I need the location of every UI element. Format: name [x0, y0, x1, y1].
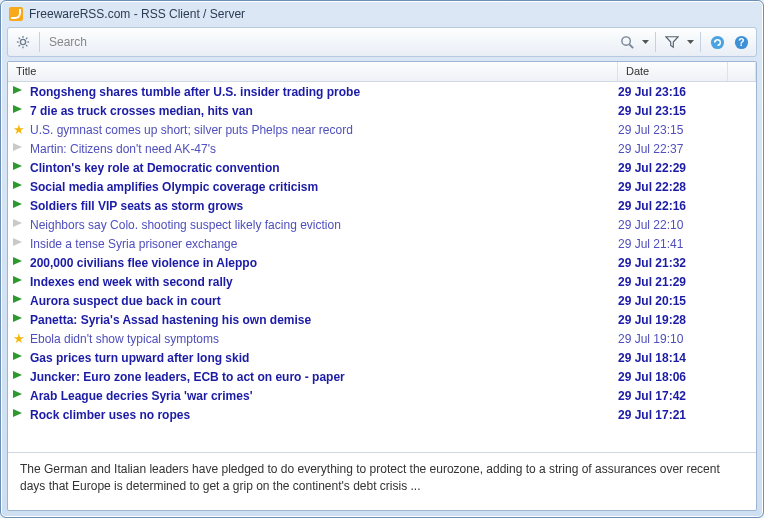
flag-green-icon	[8, 200, 30, 212]
feed-row[interactable]: Clinton's key role at Democratic convent…	[8, 158, 756, 177]
feed-title: Rock climber uses no ropes	[30, 408, 618, 422]
svg-line-6	[26, 45, 27, 46]
filter-button[interactable]	[661, 31, 683, 53]
feed-title: Inside a tense Syria prisoner exchange	[30, 237, 618, 251]
flag-green-icon	[8, 276, 30, 288]
feed-date: 29 Jul 23:15	[618, 104, 728, 118]
feed-date: 29 Jul 19:10	[618, 332, 728, 346]
feed-row[interactable]: Neighbors say Colo. shooting suspect lik…	[8, 215, 756, 234]
feed-date: 29 Jul 23:15	[618, 123, 728, 137]
feed-row[interactable]: ★U.S. gymnast comes up short; silver put…	[8, 120, 756, 139]
flag-grey-icon	[8, 238, 30, 250]
flag-green-icon	[8, 352, 30, 364]
svg-line-5	[19, 38, 20, 39]
feed-title: Indexes end week with second rally	[30, 275, 618, 289]
gear-icon	[16, 35, 30, 49]
flag-grey-icon	[8, 219, 30, 231]
column-header-title[interactable]: Title	[8, 62, 618, 81]
toolbar: ?	[7, 27, 757, 57]
refresh-button[interactable]	[706, 31, 728, 53]
help-icon: ?	[734, 35, 749, 50]
filter-dropdown[interactable]	[685, 31, 695, 53]
search-box[interactable]	[45, 32, 614, 52]
search-dropdown[interactable]	[640, 31, 650, 53]
feed-date: 29 Jul 20:15	[618, 294, 728, 308]
feed-title: Gas prices turn upward after long skid	[30, 351, 618, 365]
feed-row[interactable]: Indexes end week with second rally29 Jul…	[8, 272, 756, 291]
titlebar[interactable]: FreewareRSS.com - RSS Client / Server	[1, 1, 763, 27]
feed-row[interactable]: Panetta: Syria's Assad hastening his own…	[8, 310, 756, 329]
feed-row[interactable]: Social media amplifies Olympic coverage …	[8, 177, 756, 196]
feed-title: U.S. gymnast comes up short; silver puts…	[30, 123, 618, 137]
feed-title: Martin: Citizens don't need AK-47's	[30, 142, 618, 156]
window-title: FreewareRSS.com - RSS Client / Server	[29, 7, 245, 21]
feed-row[interactable]: Gas prices turn upward after long skid29…	[8, 348, 756, 367]
feed-title: Panetta: Syria's Assad hastening his own…	[30, 313, 618, 327]
svg-line-10	[629, 44, 633, 48]
feed-row[interactable]: Arab League decries Syria 'war crimes'29…	[8, 386, 756, 405]
feed-title: Juncker: Euro zone leaders, ECB to act o…	[30, 370, 618, 384]
flag-green-icon	[8, 295, 30, 307]
feed-date: 29 Jul 23:16	[618, 85, 728, 99]
flag-green-icon	[8, 86, 30, 98]
list-header: Title Date	[8, 62, 756, 82]
toolbar-separator	[700, 32, 701, 52]
flag-green-icon	[8, 390, 30, 402]
feed-title: Rongsheng shares tumble after U.S. insid…	[30, 85, 618, 99]
column-header-date[interactable]: Date	[618, 62, 728, 81]
search-button[interactable]	[616, 31, 638, 53]
svg-text:?: ?	[738, 37, 744, 48]
feed-date: 29 Jul 22:16	[618, 199, 728, 213]
flag-green-icon	[8, 105, 30, 117]
feed-list[interactable]: Rongsheng shares tumble after U.S. insid…	[8, 82, 756, 452]
flag-green-icon	[8, 409, 30, 421]
feed-date: 29 Jul 22:29	[618, 161, 728, 175]
column-header-scroll	[728, 62, 756, 81]
feed-date: 29 Jul 18:14	[618, 351, 728, 365]
feed-date: 29 Jul 22:10	[618, 218, 728, 232]
feed-row[interactable]: 7 die as truck crosses median, hits van2…	[8, 101, 756, 120]
feed-row[interactable]: Soldiers fill VIP seats as storm grows29…	[8, 196, 756, 215]
feed-date: 29 Jul 19:28	[618, 313, 728, 327]
feed-row[interactable]: Martin: Citizens don't need AK-47's29 Ju…	[8, 139, 756, 158]
feed-date: 29 Jul 21:32	[618, 256, 728, 270]
feed-row[interactable]: 200,000 civilians flee violence in Alepp…	[8, 253, 756, 272]
star-icon: ★	[8, 333, 30, 345]
feed-date: 29 Jul 21:41	[618, 237, 728, 251]
flag-grey-icon	[8, 143, 30, 155]
feed-title: Soldiers fill VIP seats as storm grows	[30, 199, 618, 213]
feed-row[interactable]: Rock climber uses no ropes29 Jul 17:21	[8, 405, 756, 424]
feed-date: 29 Jul 17:21	[618, 408, 728, 422]
refresh-icon	[710, 35, 725, 50]
svg-line-8	[26, 38, 27, 39]
settings-button[interactable]	[12, 31, 34, 53]
feed-title: Social media amplifies Olympic coverage …	[30, 180, 618, 194]
feed-date: 29 Jul 17:42	[618, 389, 728, 403]
feed-date: 29 Jul 21:29	[618, 275, 728, 289]
svg-point-0	[20, 39, 25, 44]
preview-text: The German and Italian leaders have pled…	[20, 462, 720, 493]
feed-row[interactable]: Juncker: Euro zone leaders, ECB to act o…	[8, 367, 756, 386]
svg-point-9	[621, 36, 629, 44]
feed-title: Ebola didn't show typical symptoms	[30, 332, 618, 346]
chevron-down-icon	[687, 40, 694, 44]
app-window: FreewareRSS.com - RSS Client / Server	[0, 0, 764, 518]
feed-title: Clinton's key role at Democratic convent…	[30, 161, 618, 175]
feed-date: 29 Jul 22:28	[618, 180, 728, 194]
app-icon	[9, 7, 23, 21]
feed-row[interactable]: Inside a tense Syria prisoner exchange29…	[8, 234, 756, 253]
search-input[interactable]	[49, 35, 610, 49]
feed-title: Aurora suspect due back in court	[30, 294, 618, 308]
star-icon: ★	[8, 124, 30, 136]
help-button[interactable]: ?	[730, 31, 752, 53]
feed-date: 29 Jul 18:06	[618, 370, 728, 384]
flag-green-icon	[8, 162, 30, 174]
flag-green-icon	[8, 257, 30, 269]
flag-green-icon	[8, 314, 30, 326]
filter-icon	[665, 35, 679, 49]
preview-pane: The German and Italian leaders have pled…	[8, 452, 756, 510]
feed-row[interactable]: ★Ebola didn't show typical symptoms29 Ju…	[8, 329, 756, 348]
feed-row[interactable]: Aurora suspect due back in court29 Jul 2…	[8, 291, 756, 310]
feed-row[interactable]: Rongsheng shares tumble after U.S. insid…	[8, 82, 756, 101]
search-icon	[620, 35, 635, 50]
